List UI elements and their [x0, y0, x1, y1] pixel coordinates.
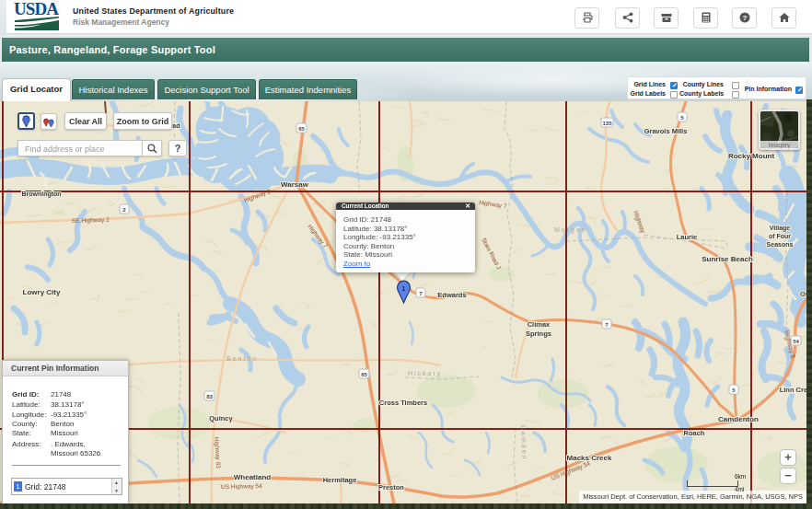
- svg-text:Morgan: Morgan: [554, 226, 587, 234]
- svg-text:Imagery: Imagery: [769, 142, 791, 149]
- svg-text:Macks Creek: Macks Creek: [567, 454, 612, 462]
- svg-text:Rocky Mount: Rocky Mount: [728, 152, 775, 160]
- svg-text:Springs: Springs: [526, 330, 551, 338]
- svg-text:135: 135: [602, 121, 612, 126]
- svg-text:Gravois Mills: Gravois Mills: [644, 127, 688, 135]
- svg-text:65: 65: [298, 126, 305, 132]
- svg-text:Benton: Benton: [226, 355, 258, 362]
- svg-text:Os: Os: [800, 290, 806, 298]
- svg-text:Linn Cree: Linn Cree: [780, 386, 806, 394]
- svg-text:Brownington: Brownington: [21, 191, 61, 198]
- svg-text:Camdenton: Camdenton: [718, 415, 759, 423]
- svg-text:Climax: Climax: [528, 320, 551, 329]
- svg-text:65: 65: [361, 372, 367, 377]
- svg-text:Roach: Roach: [684, 429, 705, 437]
- svg-text:83: 83: [206, 394, 213, 399]
- svg-text:Preston: Preston: [378, 483, 404, 492]
- svg-text:Cross Timbers: Cross Timbers: [379, 399, 427, 407]
- svg-text:Laurie: Laurie: [677, 233, 698, 241]
- svg-text:Camden: Camden: [520, 425, 528, 461]
- svg-text:Hickory: Hickory: [408, 370, 442, 377]
- svg-text:Seasons: Seasons: [767, 241, 794, 248]
- svg-text:of Four: of Four: [769, 233, 791, 239]
- svg-text:Quincy: Quincy: [209, 414, 233, 422]
- svg-text:Edwards: Edwards: [437, 291, 466, 299]
- svg-text:Lowry City: Lowry City: [23, 288, 61, 296]
- svg-text:Sunrise Beach: Sunrise Beach: [702, 255, 753, 263]
- svg-text:?: ?: [742, 14, 747, 22]
- svg-text:Warsaw: Warsaw: [281, 180, 309, 189]
- svg-text:Wheatland: Wheatland: [234, 473, 272, 481]
- svg-text:Hermitage: Hermitage: [323, 476, 357, 484]
- svg-text:USDA: USDA: [14, 1, 59, 18]
- svg-text:Village: Village: [770, 225, 791, 232]
